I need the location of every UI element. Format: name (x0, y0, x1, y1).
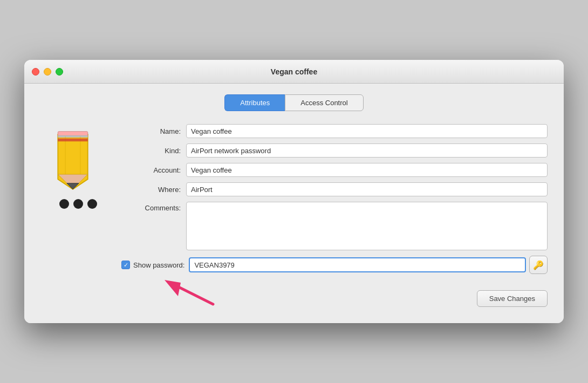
dot-1 (59, 199, 69, 209)
show-password-text: Show password: (133, 261, 184, 269)
where-label: Where: (121, 186, 181, 194)
account-label: Account: (121, 166, 181, 174)
name-label: Name: (121, 127, 181, 135)
save-changes-button[interactable]: Save Changes (477, 290, 548, 307)
show-password-label[interactable]: ✓ Show password: (121, 261, 184, 269)
password-field-wrapper: 🔑 (189, 256, 548, 274)
show-password-checkbox[interactable]: ✓ (121, 261, 130, 269)
arrow-area (121, 290, 477, 307)
svg-line-8 (175, 285, 213, 304)
maximize-button[interactable] (56, 68, 63, 76)
account-input[interactable] (186, 163, 548, 177)
checkmark-icon: ✓ (124, 262, 128, 268)
where-input[interactable] (186, 182, 548, 196)
key-icon: 🔑 (533, 260, 544, 270)
main-window: Vegan coffee Attributes Access Control (24, 60, 564, 323)
titlebar: Vegan coffee (24, 60, 564, 84)
svg-marker-9 (165, 280, 181, 296)
kind-input[interactable] (186, 143, 548, 158)
form-area: Name: Kind: Account: Where: (40, 124, 548, 307)
dot-3 (87, 199, 97, 209)
window-content: Attributes Access Control (24, 84, 564, 323)
password-row: ✓ Show password: 🔑 (121, 256, 548, 274)
password-input[interactable] (189, 257, 526, 272)
traffic-lights (32, 68, 63, 76)
kind-label: Kind: (121, 147, 181, 155)
bottom-bar: Save Changes (121, 285, 548, 307)
dots (51, 199, 100, 209)
key-button[interactable]: 🔑 (529, 256, 548, 274)
tab-attributes[interactable]: Attributes (224, 94, 285, 111)
comments-label: Comments: (121, 202, 181, 212)
tab-bar: Attributes Access Control (40, 94, 548, 111)
dot-2 (73, 199, 83, 209)
arrow-indicator (148, 275, 235, 307)
account-row: Account: (121, 163, 548, 177)
fields-area: Name: Kind: Account: Where: (121, 124, 548, 307)
name-row: Name: (121, 124, 548, 138)
close-button[interactable] (32, 68, 39, 76)
window-title: Vegan coffee (271, 67, 317, 76)
svg-rect-7 (58, 139, 87, 142)
where-row: Where: (121, 182, 548, 196)
name-input[interactable] (186, 124, 548, 138)
comments-row: Comments: (121, 202, 548, 250)
minimize-button[interactable] (44, 68, 51, 76)
kind-row: Kind: (121, 143, 548, 158)
svg-rect-4 (58, 135, 87, 138)
icon-area (40, 124, 111, 307)
pencil-icon (51, 129, 100, 200)
tab-access-control[interactable]: Access Control (285, 94, 363, 111)
comments-input[interactable] (186, 202, 548, 250)
